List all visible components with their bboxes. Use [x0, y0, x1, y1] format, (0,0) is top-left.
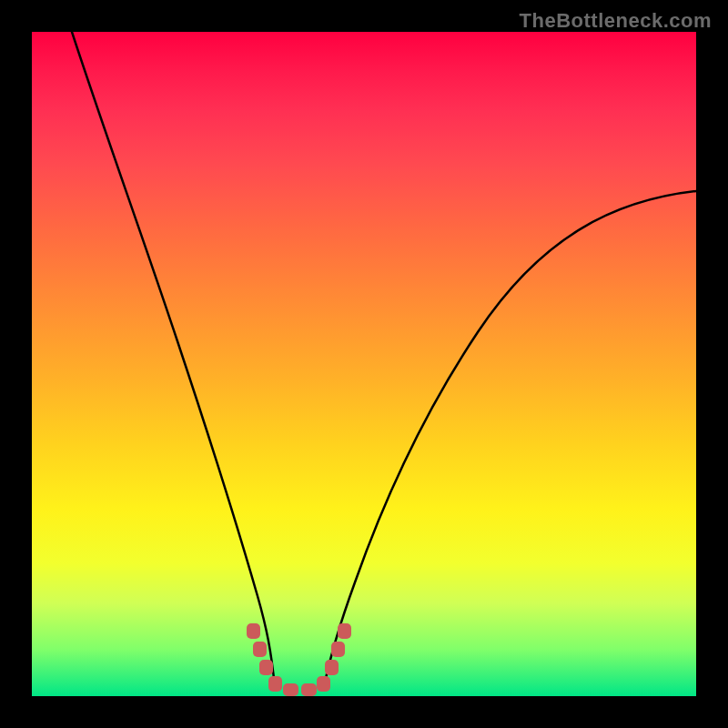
watermark-text: TheBottleneck.com — [520, 9, 712, 33]
marker-dot — [247, 623, 260, 639]
plot-area — [32, 32, 696, 696]
marker-dot — [268, 676, 282, 692]
marker-dot — [338, 623, 351, 639]
curve-layer — [32, 32, 696, 696]
marker-dot — [317, 676, 330, 692]
valley-markers — [247, 623, 351, 696]
marker-dot — [325, 660, 339, 675]
curve-left-branch — [72, 32, 275, 687]
marker-dot — [259, 660, 273, 675]
marker-dot — [331, 642, 345, 657]
curve-right-branch — [324, 191, 696, 687]
marker-dot — [283, 683, 298, 696]
marker-dot — [253, 642, 267, 657]
chart-container: TheBottleneck.com — [0, 0, 728, 728]
marker-dot — [301, 683, 317, 696]
